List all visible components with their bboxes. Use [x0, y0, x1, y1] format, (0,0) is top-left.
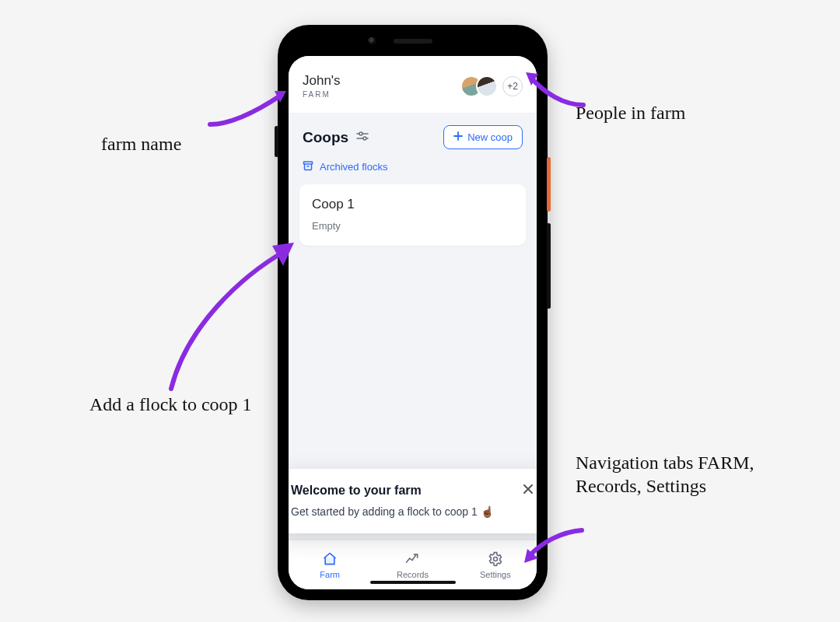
filter-icon[interactable]	[356, 131, 369, 145]
coop-card[interactable]: Coop 1 Empty	[299, 184, 526, 246]
nav-tab-farm[interactable]: Farm	[289, 540, 371, 589]
archived-flocks-label: Archived flocks	[320, 161, 387, 173]
plus-icon	[453, 131, 463, 143]
nav-tab-settings[interactable]: Settings	[454, 540, 537, 589]
people-cluster[interactable]: +2	[460, 75, 523, 97]
archive-icon	[303, 160, 313, 173]
farm-title-block[interactable]: John's FARM	[303, 73, 341, 99]
home-indicator	[370, 581, 456, 584]
svg-point-6	[493, 557, 497, 561]
avatar-overflow-count: +2	[502, 76, 523, 96]
svg-rect-4	[304, 162, 313, 164]
coop-name: Coop 1	[312, 197, 513, 212]
gear-icon	[487, 550, 504, 568]
svg-point-3	[363, 137, 366, 140]
archived-flocks-link[interactable]: Archived flocks	[289, 156, 537, 184]
phone-side-button	[275, 126, 278, 157]
toast-title: Welcome to your farm	[291, 484, 422, 498]
toast-body: Get started by adding a flock to coop 1 …	[291, 505, 534, 518]
annotation-nav-tabs: Navigation tabs FARM, Records, Settings	[576, 451, 778, 498]
phone-frame: John's FARM +2 Coops	[278, 25, 548, 600]
nav-label: Records	[397, 570, 429, 579]
home-icon	[321, 550, 338, 568]
close-icon[interactable]	[522, 483, 534, 498]
section-header: Coops New coop	[289, 113, 537, 156]
coop-status: Empty	[312, 220, 513, 232]
welcome-toast: Welcome to your farm Get started by addi…	[289, 469, 537, 533]
farm-name: John's	[303, 73, 341, 89]
annotation-people: People in farm	[576, 101, 685, 124]
chart-icon	[404, 550, 421, 568]
avatar	[476, 75, 498, 97]
nav-label: Settings	[480, 570, 511, 579]
annotation-farm-name: farm name	[101, 132, 181, 156]
phone-volume-button	[547, 223, 551, 309]
phone-camera	[368, 37, 376, 45]
annotation-add-flock: Add a flock to coop 1	[89, 393, 261, 416]
app-header: John's FARM +2	[289, 56, 537, 113]
nav-label: Farm	[320, 570, 340, 579]
svg-point-1	[359, 132, 362, 135]
section-title: Coops	[303, 129, 348, 146]
new-coop-label: New coop	[467, 131, 513, 143]
farm-subtitle: FARM	[303, 90, 341, 99]
new-coop-button[interactable]: New coop	[443, 125, 523, 149]
phone-power-button	[547, 157, 551, 211]
phone-screen: John's FARM +2 Coops	[289, 56, 537, 589]
